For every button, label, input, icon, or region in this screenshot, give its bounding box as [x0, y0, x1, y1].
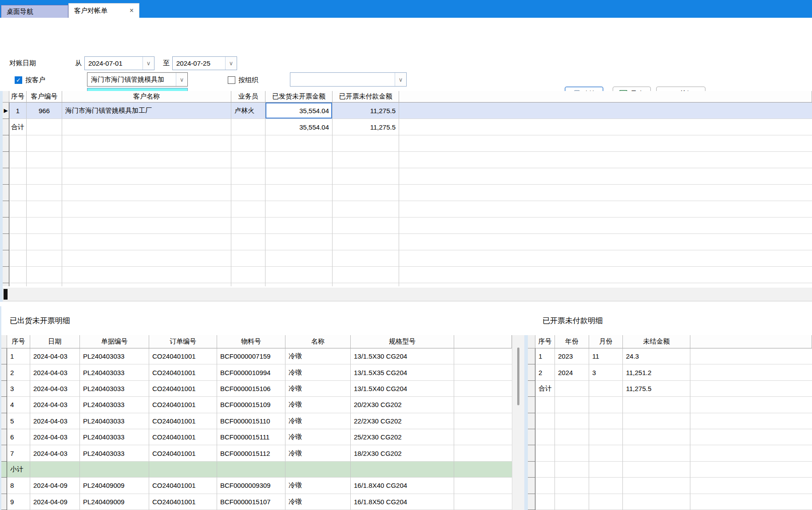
column-header[interactable]: 规格型号	[351, 335, 454, 348]
cell[interactable]: 2024-04-09	[30, 478, 80, 494]
close-tab-icon[interactable]: ×	[123, 7, 134, 14]
column-header[interactable]: 序号	[7, 335, 30, 348]
cell[interactable]: CO240401001	[149, 445, 217, 461]
cell[interactable]: CO240401001	[149, 381, 217, 397]
table-row[interactable]: 32024-04-03PL240403033CO240401001BCF0000…	[1, 381, 512, 397]
row-selector[interactable]	[3, 135, 9, 152]
row-selector[interactable]	[1, 494, 7, 510]
column-header[interactable]: 订单编号	[149, 335, 217, 348]
row-selector[interactable]	[3, 234, 9, 250]
table-row[interactable]	[3, 185, 812, 201]
column-header[interactable]: 月份	[589, 335, 623, 348]
table-row[interactable]	[3, 234, 812, 250]
chevron-down-icon[interactable]: ∨	[176, 73, 187, 86]
row-selector[interactable]	[3, 217, 9, 234]
table-row[interactable]	[528, 413, 812, 429]
cell[interactable]: CO240401001	[149, 494, 217, 510]
cell[interactable]	[80, 462, 149, 478]
table-row[interactable]: 12024-04-03PL240403033CO240401001BCF0000…	[1, 348, 512, 364]
cell[interactable]	[62, 119, 231, 135]
tab-desktop-navigation[interactable]: 桌面导航	[1, 5, 68, 18]
cell[interactable]: 2	[7, 364, 30, 380]
cell[interactable]	[27, 119, 62, 135]
cell[interactable]: PL240403033	[80, 348, 149, 364]
table-row[interactable]	[3, 152, 812, 168]
invoiced-not-paid-table[interactable]: 序号年份月份未结金额120231124.322024311,251.2合计11,…	[528, 335, 812, 510]
table-row[interactable]	[528, 445, 812, 461]
column-header[interactable]: 业务员	[231, 91, 265, 103]
column-header[interactable]: 年份	[555, 335, 589, 348]
cell[interactable]: PL240403033	[80, 364, 149, 380]
cell[interactable]: 9	[7, 494, 30, 510]
cell[interactable]: BCF0000015110	[217, 413, 285, 429]
cell[interactable]	[351, 462, 454, 478]
row-selector[interactable]	[1, 478, 7, 494]
cell[interactable]: BCF0000015111	[217, 429, 285, 445]
cell[interactable]: 冷镦	[285, 397, 351, 413]
row-selector[interactable]	[528, 348, 535, 364]
row-selector[interactable]	[528, 364, 535, 380]
cell[interactable]: 16/1.8X50 CG204	[351, 494, 454, 510]
cell[interactable]: 7	[7, 445, 30, 461]
cell[interactable]: 6	[7, 429, 30, 445]
row-selector[interactable]	[528, 478, 535, 494]
cell[interactable]: 2024-04-09	[30, 494, 80, 510]
cell[interactable]: 13/1.5X30 CG204	[351, 348, 454, 364]
cell[interactable]: 4	[7, 397, 30, 413]
cell[interactable]: 1	[7, 348, 30, 364]
table-row[interactable]	[3, 201, 812, 217]
table-row[interactable]: 52024-04-03PL240403033CO240401001BCF0000…	[1, 413, 512, 429]
row-selector[interactable]	[3, 283, 9, 286]
cell[interactable]	[217, 462, 285, 478]
row-selector[interactable]	[3, 185, 9, 201]
cell[interactable]: 966	[27, 103, 62, 119]
cell[interactable]	[285, 462, 351, 478]
cell[interactable]: 11	[589, 348, 623, 364]
column-header[interactable]: 序号	[9, 91, 27, 103]
table-row[interactable]: 72024-04-03PL240403033CO240401001BCF0000…	[1, 445, 512, 461]
cell[interactable]: 5	[7, 413, 30, 429]
date-to-picker[interactable]: 2024-07-25 ∨	[172, 56, 237, 70]
tab-customer-statement[interactable]: 客户对帐单 ×	[68, 3, 139, 18]
cell[interactable]: 11,275.5	[333, 103, 399, 119]
cell[interactable]: BCF0000015112	[217, 445, 285, 461]
row-selector[interactable]	[3, 168, 9, 185]
cell[interactable]: BCF0000007159	[217, 348, 285, 364]
row-selector[interactable]	[3, 250, 9, 267]
table-row[interactable]: 合计11,275.5	[528, 381, 812, 397]
cell[interactable]: PL240403033	[80, 381, 149, 397]
cell[interactable]: 2023	[555, 348, 589, 364]
cell[interactable]: 3	[7, 381, 30, 397]
cell[interactable]: 冷镦	[285, 348, 351, 364]
table-row[interactable]: 82024-04-09PL240409009CO240401001BCF0000…	[1, 478, 512, 494]
cell[interactable]: BCF0000015107	[217, 494, 285, 510]
table-row[interactable]: 合计35,554.0411,275.5	[3, 119, 812, 135]
table-row[interactable]	[3, 283, 812, 286]
cell[interactable]	[555, 381, 589, 397]
cell[interactable]: 35,554.04	[265, 103, 333, 119]
cell[interactable]: 24.3	[623, 348, 690, 364]
row-selector[interactable]	[528, 494, 535, 510]
cell[interactable]: 22/2X30 CG202	[351, 413, 454, 429]
cell[interactable]: 11,251.2	[623, 364, 690, 380]
cell[interactable]: 16/1.8X40 CG204	[351, 478, 454, 494]
column-header[interactable]: 未结金额	[623, 335, 690, 348]
cell[interactable]: 13/1.5X40 CG204	[351, 381, 454, 397]
table-row[interactable]	[3, 250, 812, 267]
cell[interactable]: 1	[9, 103, 27, 119]
row-selector[interactable]	[528, 429, 535, 445]
column-header[interactable]: 已开票未付款金额	[333, 91, 399, 103]
cell[interactable]: 合计	[535, 381, 555, 397]
date-from-picker[interactable]: 2024-07-01 ∨	[84, 56, 154, 70]
cell[interactable]: 冷镦	[285, 445, 351, 461]
cell[interactable]: 8	[7, 478, 30, 494]
row-selector[interactable]	[528, 397, 535, 413]
cell[interactable]: 35,554.04	[265, 119, 333, 135]
cell[interactable]: 2	[535, 364, 555, 380]
row-selector[interactable]	[1, 445, 7, 461]
cell[interactable]: BCF0000009309	[217, 478, 285, 494]
row-selector[interactable]	[3, 201, 9, 217]
by-customer-checkbox[interactable]: ✓ 按客户	[15, 75, 45, 84]
cell[interactable]: 冷镦	[285, 381, 351, 397]
customer-select[interactable]: 海门市海门镇管姚模具加 ∨	[87, 72, 188, 87]
